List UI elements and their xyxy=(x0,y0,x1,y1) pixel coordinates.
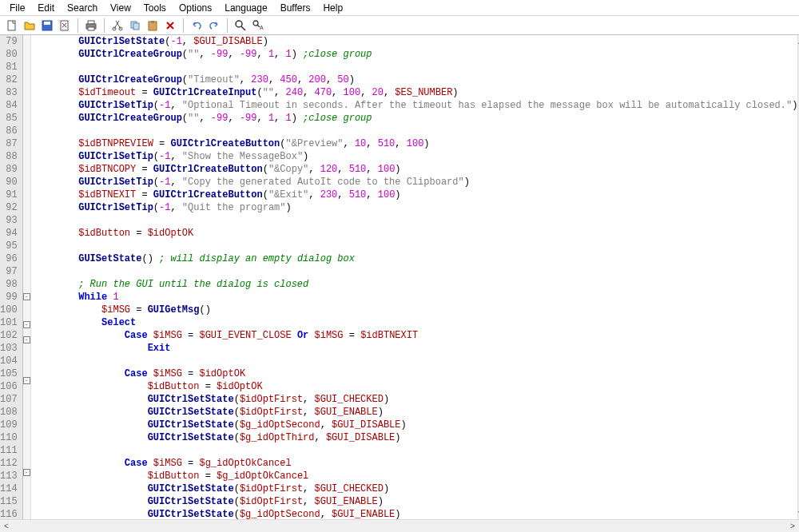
svg-text:A: A xyxy=(260,25,264,30)
menu-search[interactable]: Search xyxy=(61,1,104,15)
save-button[interactable] xyxy=(40,18,54,33)
svg-rect-10 xyxy=(133,23,139,30)
editor-area: 7980818283848586878889909192939495969798… xyxy=(0,35,799,519)
copy-button[interactable] xyxy=(128,18,142,33)
menu-tools[interactable]: Tools xyxy=(137,1,173,15)
print-button[interactable] xyxy=(84,18,98,33)
redo-button[interactable] xyxy=(207,18,221,33)
new-file-button[interactable] xyxy=(5,18,19,33)
delete-button[interactable] xyxy=(163,18,177,33)
line-number-gutter: 7980818283848586878889909192939495969798… xyxy=(0,35,23,519)
fold-column[interactable]: ----- xyxy=(23,35,31,519)
find-replace-button[interactable]: A xyxy=(251,18,265,33)
menu-bar: File Edit Search View Tools Options Lang… xyxy=(0,0,799,16)
svg-point-13 xyxy=(236,21,242,27)
svg-rect-2 xyxy=(44,22,50,25)
code-editor[interactable]: GUICtrlSetState(-1, $GUI_DISABLE) GUICtr… xyxy=(31,35,798,519)
menu-view[interactable]: View xyxy=(104,1,137,15)
menu-help[interactable]: Help xyxy=(316,1,349,15)
scroll-right-arrow[interactable]: > xyxy=(786,520,799,532)
svg-rect-4 xyxy=(88,21,94,24)
svg-rect-12 xyxy=(151,21,154,23)
toolbar: A xyxy=(0,16,799,35)
undo-button[interactable] xyxy=(189,18,204,33)
menu-options[interactable]: Options xyxy=(173,1,218,15)
close-file-button[interactable] xyxy=(58,18,72,33)
find-button[interactable] xyxy=(233,18,248,33)
menu-buffers[interactable]: Buffers xyxy=(274,1,317,15)
cut-button[interactable] xyxy=(110,18,125,33)
menu-edit[interactable]: Edit xyxy=(31,1,61,15)
scroll-left-arrow[interactable]: < xyxy=(0,520,13,532)
horizontal-scrollbar[interactable]: < > xyxy=(0,519,799,532)
menu-file[interactable]: File xyxy=(3,1,31,15)
svg-rect-0 xyxy=(8,21,15,30)
paste-button[interactable] xyxy=(145,18,160,33)
open-file-button[interactable] xyxy=(22,18,37,33)
svg-rect-6 xyxy=(88,27,94,30)
menu-language[interactable]: Language xyxy=(218,1,273,15)
